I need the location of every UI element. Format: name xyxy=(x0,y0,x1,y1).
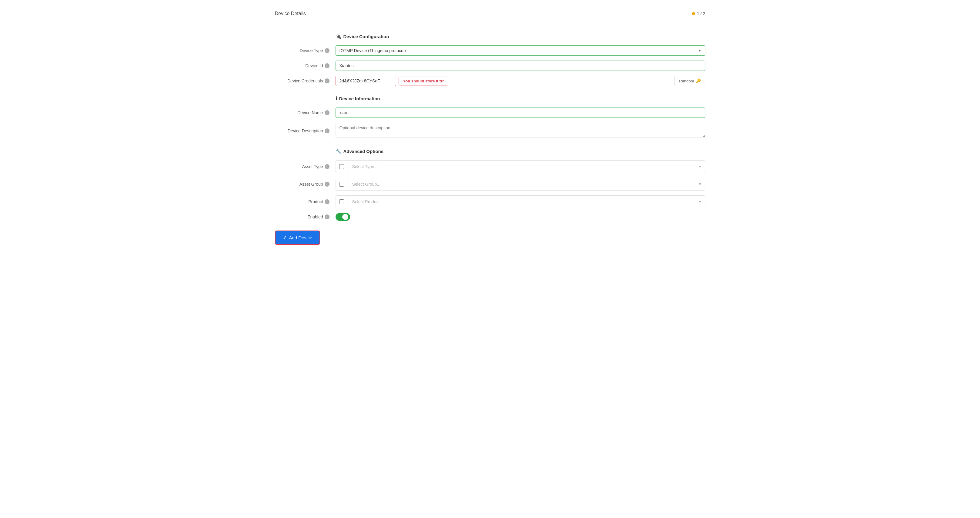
asset-type-select[interactable]: Select Type... xyxy=(350,162,696,172)
advanced-options-section: 🔧 Advanced Options Asset Type i Select T… xyxy=(275,148,705,221)
asset-group-row: Asset Group i Select Group... ▼ xyxy=(275,178,705,191)
device-description-info-icon[interactable]: i xyxy=(325,129,329,133)
product-select-wrapper: Select Product... ▼ xyxy=(336,195,705,208)
device-description-label: Device Description i xyxy=(275,129,336,133)
product-select[interactable]: Select Product... xyxy=(350,197,696,207)
page-header: Device Details 1 / 2 xyxy=(275,6,705,24)
key-icon: 🔑 xyxy=(696,78,701,83)
device-id-info-icon[interactable]: i xyxy=(325,63,329,68)
asset-type-label: Asset Type i xyxy=(275,164,336,169)
device-name-input-wrapper xyxy=(336,108,705,118)
product-checkbox-cell xyxy=(336,196,347,207)
toggle-slider xyxy=(336,213,350,221)
asset-group-checkbox[interactable] xyxy=(339,182,344,187)
add-device-label: Add Device xyxy=(289,235,312,240)
device-id-row: Device Id i xyxy=(275,60,705,71)
enabled-row: Enabled i xyxy=(275,213,705,221)
asset-type-checkbox-cell xyxy=(336,161,347,172)
add-device-button[interactable]: ✓ Add Device xyxy=(275,230,320,245)
step-text: 1 / 2 xyxy=(697,11,705,16)
info-section-icon: ℹ xyxy=(336,96,337,102)
device-type-select[interactable]: IOTMP Device (Thinger.io protocol) HTTP … xyxy=(336,45,705,56)
random-button[interactable]: Random 🔑 xyxy=(675,76,705,86)
device-id-input-wrapper xyxy=(336,60,705,71)
device-credentials-label: Device Credentials i xyxy=(275,78,336,83)
device-description-input-wrapper xyxy=(336,123,705,139)
credentials-input-wrap: You should store it trr xyxy=(336,76,672,86)
section-config-title: Device Configuration xyxy=(344,34,389,39)
credentials-warning: You should store it trr xyxy=(399,77,449,86)
asset-group-chevron-icon: ▼ xyxy=(698,182,705,186)
device-information-section: ℹ Device Information Device Name i Devic… xyxy=(275,96,705,139)
section-info-title: Device Information xyxy=(339,96,380,101)
asset-type-select-wrapper: Select Type... ▼ xyxy=(336,160,705,173)
step-indicator: 1 / 2 xyxy=(692,11,705,16)
credentials-wrapper: You should store it trr Random 🔑 xyxy=(336,76,705,86)
page-title: Device Details xyxy=(275,11,306,16)
asset-group-select-wrapper: Select Group... ▼ xyxy=(336,178,705,191)
device-configuration-section: 🔌 Device Configuration Device Type i IOT… xyxy=(275,33,705,86)
asset-type-checkbox[interactable] xyxy=(339,164,344,169)
product-label: Product i xyxy=(275,199,336,204)
toggle-wrapper xyxy=(336,213,350,221)
device-type-info-icon[interactable]: i xyxy=(325,48,329,53)
device-credentials-info-icon[interactable]: i xyxy=(325,78,329,83)
device-name-input[interactable] xyxy=(336,108,705,118)
device-description-input[interactable] xyxy=(336,123,705,138)
section-config-header: 🔌 Device Configuration xyxy=(336,33,705,40)
asset-group-label: Asset Group i xyxy=(275,182,336,187)
asset-group-select[interactable]: Select Group... xyxy=(350,180,696,189)
asset-type-chevron-icon: ▼ xyxy=(698,164,705,169)
asset-type-info-icon[interactable]: i xyxy=(325,164,329,169)
device-credentials-input[interactable] xyxy=(336,76,396,86)
device-name-info-icon[interactable]: i xyxy=(325,110,329,115)
product-info-icon[interactable]: i xyxy=(325,199,329,204)
section-advanced-title: Advanced Options xyxy=(344,149,384,154)
check-icon: ✓ xyxy=(283,235,287,240)
device-description-row: Device Description i xyxy=(275,123,705,139)
device-type-row: Device Type i IOTMP Device (Thinger.io p… xyxy=(275,45,705,56)
product-checkbox[interactable] xyxy=(339,199,344,204)
step-dot xyxy=(692,12,695,15)
product-chevron-icon: ▼ xyxy=(698,200,705,204)
section-advanced-header: 🔧 Advanced Options xyxy=(336,148,705,154)
footer-section: ✓ Add Device xyxy=(275,230,705,245)
product-row: Product i Select Product... ▼ xyxy=(275,195,705,208)
enabled-info-icon[interactable]: i xyxy=(325,215,329,219)
enabled-toggle-label[interactable] xyxy=(336,213,350,221)
wrench-icon: 🔧 xyxy=(336,148,342,154)
asset-group-checkbox-cell xyxy=(336,179,347,190)
random-label: Random xyxy=(679,79,694,83)
page-container: Device Details 1 / 2 🔌 Device Configurat… xyxy=(263,0,718,257)
device-type-label: Device Type i xyxy=(275,48,336,53)
device-name-row: Device Name i xyxy=(275,108,705,118)
plug-icon: 🔌 xyxy=(336,33,342,40)
device-type-select-wrapper: IOTMP Device (Thinger.io protocol) HTTP … xyxy=(336,45,705,56)
enabled-label: Enabled i xyxy=(275,215,336,219)
asset-type-row: Asset Type i Select Type... ▼ xyxy=(275,160,705,173)
section-info-header: ℹ Device Information xyxy=(336,96,705,102)
device-id-label: Device Id i xyxy=(275,63,336,68)
device-name-label: Device Name i xyxy=(275,110,336,115)
device-credentials-row: Device Credentials i You should store it… xyxy=(275,76,705,86)
asset-group-info-icon[interactable]: i xyxy=(325,182,329,187)
device-id-input[interactable] xyxy=(336,60,705,71)
